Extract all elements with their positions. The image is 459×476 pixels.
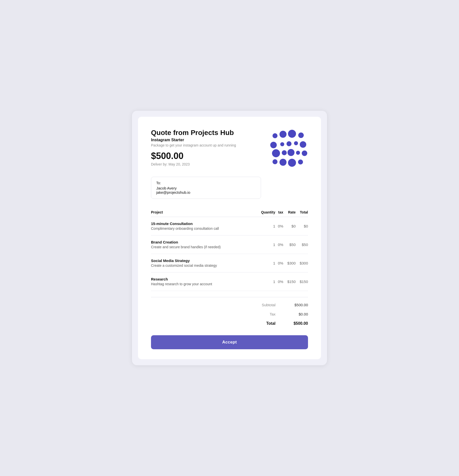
accept-button[interactable]: Accept [151, 335, 308, 349]
deliver-by: Deliver by: May 20, 2023 [151, 162, 236, 166]
to-label: To: [156, 181, 256, 185]
item-rate-1: $50 [283, 236, 296, 254]
inner-card: Quote from Projects Hub Instagram Starte… [138, 117, 321, 359]
item-total-0: $0 [296, 217, 308, 236]
item-name-0: 15-minute Consultation [151, 222, 254, 226]
item-name-2: Social Media Strategy [151, 258, 254, 263]
svg-point-8 [300, 141, 306, 148]
svg-point-15 [280, 159, 286, 166]
item-desc-2: Create a customized social media strateg… [151, 264, 217, 268]
svg-point-0 [272, 133, 278, 138]
item-rate-0: $0 [283, 217, 296, 236]
subtotal-label: Subtotal [246, 303, 276, 307]
item-name-3: Research [151, 277, 254, 281]
totals-divider [151, 297, 308, 297]
item-tax-3: 0% [275, 272, 283, 291]
svg-point-1 [280, 131, 286, 138]
svg-point-14 [272, 159, 278, 164]
item-desc-1: Create and secure brand handles (if need… [151, 245, 221, 249]
item-total-3: $150 [296, 272, 308, 291]
col-tax: tax [275, 208, 283, 217]
table-row: Social Media Strategy Create a customize… [151, 254, 308, 272]
svg-point-3 [298, 132, 304, 138]
total-value: $500.00 [286, 321, 308, 326]
subtotal-row: Subtotal $500.00 [151, 300, 308, 310]
table-row: Research Hashtag research to grow your a… [151, 272, 308, 291]
item-name-1: Brand Creation [151, 240, 254, 244]
package-name: Instagram Starter [151, 138, 236, 142]
item-total-2: $300 [296, 254, 308, 272]
header-section: Quote from Projects Hub Instagram Starte… [151, 129, 308, 169]
table-row: 15-minute Consultation Complimentary onb… [151, 217, 308, 236]
svg-point-16 [288, 159, 296, 167]
col-rate: Rate [283, 208, 296, 217]
quote-table: Project Quantity tax Rate Total 15-minut… [151, 208, 308, 291]
total-row: Total $500.00 [151, 319, 308, 328]
item-tax-0: 0% [275, 217, 283, 236]
item-rate-3: $150 [283, 272, 296, 291]
svg-point-4 [270, 142, 277, 148]
svg-point-10 [282, 150, 287, 155]
tax-label: Tax [246, 312, 276, 316]
item-rate-2: $300 [283, 254, 296, 272]
logo-icon [268, 129, 308, 169]
header-left: Quote from Projects Hub Instagram Starte… [151, 129, 236, 166]
item-desc-0: Complimentary onboarding consultation ca… [151, 226, 219, 230]
item-tax-2: 0% [275, 254, 283, 272]
table-row: Brand Creation Create and secure brand h… [151, 236, 308, 254]
svg-point-12 [296, 151, 300, 155]
col-quantity: Quantity [254, 208, 275, 217]
item-qty-2: 1 [254, 254, 275, 272]
svg-point-9 [272, 149, 280, 157]
recipient-email: jake@projectshub.io [156, 190, 256, 194]
item-qty-3: 1 [254, 272, 275, 291]
svg-point-5 [280, 142, 284, 146]
tax-row: Tax $0.00 [151, 310, 308, 319]
tax-value: $0.00 [286, 312, 308, 316]
item-qty-1: 1 [254, 236, 275, 254]
svg-point-17 [298, 160, 303, 164]
svg-point-13 [302, 150, 307, 156]
total-label: Total [246, 321, 276, 326]
recipient-name: Jacob Avery [156, 186, 256, 190]
item-tax-1: 0% [275, 236, 283, 254]
col-total: Total [296, 208, 308, 217]
item-desc-3: Hashtag research to grow your account [151, 282, 212, 286]
svg-point-7 [294, 141, 298, 145]
totals-section: Subtotal $500.00 Tax $0.00 Total $500.00 [151, 300, 308, 328]
svg-point-2 [288, 130, 296, 138]
page-title: Quote from Projects Hub [151, 129, 236, 137]
recipient-box: To: Jacob Avery jake@projectshub.io [151, 177, 261, 199]
package-desc: Package to get your instagram account up… [151, 143, 236, 147]
svg-point-6 [286, 141, 292, 146]
price: $500.00 [151, 151, 236, 161]
item-qty-0: 1 [254, 217, 275, 236]
col-project: Project [151, 208, 254, 217]
outer-card: Quote from Projects Hub Instagram Starte… [132, 111, 327, 365]
item-total-1: $50 [296, 236, 308, 254]
subtotal-value: $500.00 [286, 303, 308, 307]
svg-point-11 [288, 149, 294, 156]
